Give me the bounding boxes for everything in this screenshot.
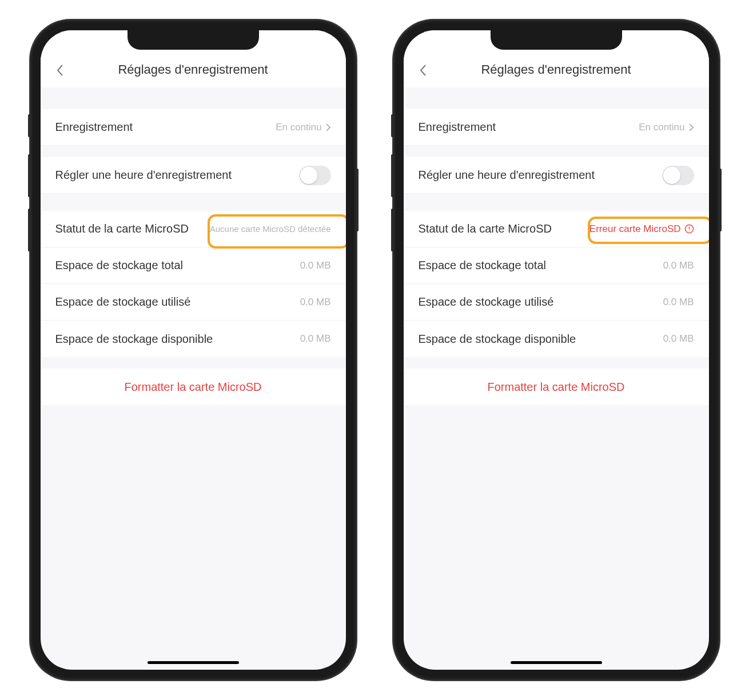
notch	[491, 30, 622, 50]
chevron-right-icon	[688, 123, 694, 132]
phone-frame: Réglages d'enregistrement Enregistrement…	[30, 20, 356, 680]
recording-row[interactable]: Enregistrement En continu	[41, 109, 346, 146]
section-gap	[41, 146, 346, 157]
back-button[interactable]	[53, 63, 67, 77]
toggle-knob	[663, 167, 680, 184]
recording-value: En continu	[276, 122, 330, 133]
storage-free-value: 0.0 MB	[663, 333, 694, 345]
toggle-knob	[300, 167, 317, 184]
chevron-right-icon	[325, 123, 331, 132]
sd-status-label: Statut de la carte MicroSD	[419, 222, 552, 235]
format-label: Formatter la carte MicroSD	[487, 381, 624, 394]
storage-used-label: Espace de stockage utilisé	[419, 295, 554, 309]
recording-value-text: En continu	[276, 122, 321, 133]
storage-group: Statut de la carte MicroSD Erreur carte …	[404, 211, 709, 357]
alert-icon	[684, 224, 694, 234]
format-button[interactable]: Formatter la carte MicroSD	[41, 369, 346, 405]
schedule-row: Régler une heure d'enregistrement	[41, 157, 346, 194]
sd-status-value: Aucune carte MicroSD détectée	[210, 224, 331, 234]
notch	[128, 30, 259, 50]
side-button	[28, 154, 31, 197]
section-gap	[404, 194, 709, 211]
schedule-label: Régler une heure d'enregistrement	[55, 169, 232, 182]
storage-used-value: 0.0 MB	[663, 297, 694, 308]
storage-group: Statut de la carte MicroSD Aucune carte …	[41, 211, 346, 357]
storage-total-value: 0.0 MB	[663, 260, 694, 271]
recording-label: Enregistrement	[419, 121, 496, 134]
storage-free-label: Espace de stockage disponible	[419, 333, 576, 346]
side-button	[718, 169, 722, 231]
section-gap	[41, 87, 346, 109]
storage-total-label: Espace de stockage total	[419, 259, 546, 272]
sd-status-value-error: Erreur carte MicroSD	[589, 223, 694, 235]
storage-total-label: Espace de stockage total	[55, 259, 183, 272]
sd-status-value-text: Erreur carte MicroSD	[589, 223, 681, 235]
schedule-toggle[interactable]	[299, 166, 331, 185]
chevron-left-icon	[419, 64, 427, 77]
recording-value: En continu	[639, 122, 694, 133]
sd-status-label: Statut de la carte MicroSD	[55, 222, 189, 235]
side-button	[28, 209, 31, 251]
side-button	[391, 114, 395, 137]
schedule-row: Régler une heure d'enregistrement	[404, 157, 709, 194]
svg-point-2	[688, 230, 689, 231]
storage-free-value: 0.0 MB	[300, 333, 331, 345]
section-gap	[404, 87, 709, 109]
storage-free-label: Espace de stockage disponible	[55, 333, 213, 346]
sd-status-row: Statut de la carte MicroSD Erreur carte …	[404, 211, 709, 247]
storage-free-row: Espace de stockage disponible 0.0 MB	[404, 321, 709, 357]
phone-frame: Réglages d'enregistrement Enregistrement…	[393, 20, 719, 680]
schedule-label: Régler une heure d'enregistrement	[419, 169, 595, 182]
page-title: Réglages d'enregistrement	[481, 62, 631, 77]
recording-value-text: En continu	[639, 122, 684, 133]
recording-row[interactable]: Enregistrement En continu	[404, 109, 709, 146]
format-label: Formatter la carte MicroSD	[124, 381, 261, 394]
back-button[interactable]	[416, 63, 430, 77]
format-button[interactable]: Formatter la carte MicroSD	[404, 369, 709, 405]
schedule-toggle[interactable]	[662, 166, 694, 185]
storage-used-value: 0.0 MB	[300, 297, 331, 308]
home-indicator[interactable]	[148, 661, 239, 664]
chevron-left-icon	[56, 64, 64, 77]
storage-free-row: Espace de stockage disponible 0.0 MB	[41, 321, 346, 357]
side-button	[355, 169, 358, 231]
storage-used-row: Espace de stockage utilisé 0.0 MB	[41, 284, 346, 321]
storage-total-row: Espace de stockage total 0.0 MB	[41, 247, 346, 284]
sd-status-row: Statut de la carte MicroSD Aucune carte …	[41, 211, 346, 247]
section-gap	[41, 194, 346, 211]
side-button	[391, 154, 395, 197]
side-button	[391, 209, 395, 251]
screen: Réglages d'enregistrement Enregistrement…	[404, 30, 709, 670]
recording-label: Enregistrement	[55, 121, 133, 134]
home-indicator[interactable]	[511, 661, 602, 664]
storage-used-row: Espace de stockage utilisé 0.0 MB	[404, 284, 709, 321]
section-gap	[41, 357, 346, 369]
storage-used-label: Espace de stockage utilisé	[55, 295, 191, 309]
section-gap	[404, 146, 709, 157]
page-title: Réglages d'enregistrement	[118, 62, 268, 77]
section-gap	[404, 357, 709, 369]
side-button	[28, 114, 31, 137]
screen: Réglages d'enregistrement Enregistrement…	[41, 30, 346, 670]
storage-total-row: Espace de stockage total 0.0 MB	[404, 247, 709, 284]
storage-total-value: 0.0 MB	[300, 260, 331, 271]
